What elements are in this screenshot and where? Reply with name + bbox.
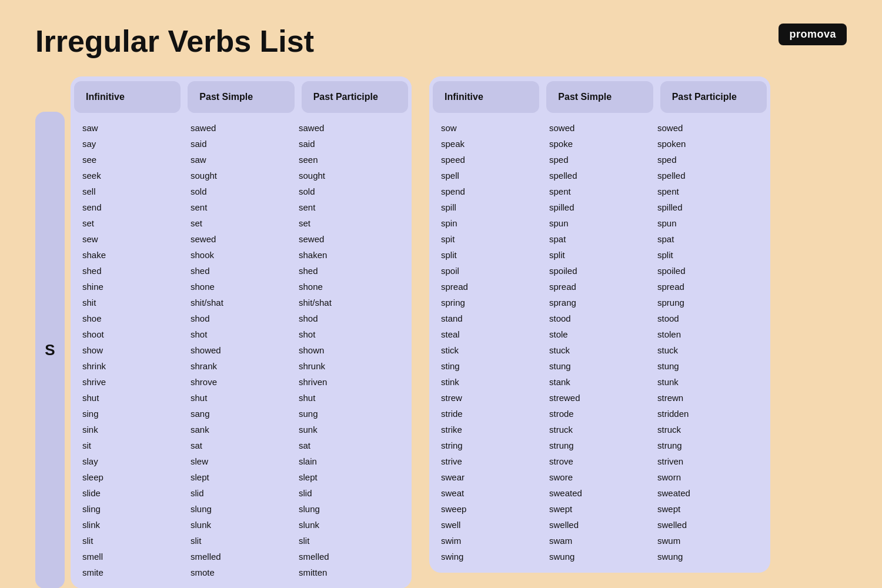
- cell-infinitive: sew: [79, 232, 187, 246]
- cell-infinitive: sling: [79, 502, 187, 516]
- cell-infinitive: sweep: [437, 502, 546, 516]
- logo: promova: [779, 24, 847, 45]
- cell-past-simple: swept: [546, 502, 654, 516]
- table-row: shrink shrank shrunk: [79, 358, 403, 374]
- cell-infinitive: strive: [437, 455, 546, 468]
- cell-past-simple: slid: [187, 486, 295, 500]
- cell-past-participle: swelled: [654, 518, 762, 532]
- cell-past-participle: sent: [295, 201, 403, 214]
- cell-past-simple: shrove: [187, 375, 295, 389]
- cell-past-simple: split: [546, 248, 654, 262]
- cell-past-participle: shod: [295, 312, 403, 325]
- cell-past-participle: slung: [295, 502, 403, 516]
- cell-infinitive: spend: [437, 185, 546, 198]
- cell-infinitive: see: [79, 153, 187, 166]
- cell-past-participle: shown: [295, 343, 403, 357]
- table-row: slit slit slit: [79, 533, 403, 549]
- cell-past-participle: sunk: [295, 423, 403, 436]
- cell-past-simple: stuck: [546, 343, 654, 357]
- table-row: stick stuck stuck: [437, 342, 762, 358]
- cell-infinitive: speak: [437, 137, 546, 151]
- cell-past-participle: set: [295, 216, 403, 230]
- table-row: spring sprang sprung: [437, 295, 762, 310]
- cell-past-participle: smitten: [295, 566, 403, 579]
- table-row: stride strode stridden: [437, 406, 762, 422]
- left-table-body: saw sawed sawed say said said see saw se…: [71, 118, 412, 588]
- cell-past-participle: slain: [295, 455, 403, 468]
- cell-past-simple: sowed: [546, 121, 654, 135]
- cell-past-participle: stridden: [654, 407, 762, 420]
- table-row: spend spent spent: [437, 183, 762, 199]
- table-row: split split split: [437, 247, 762, 263]
- table-row: sweep swept swept: [437, 501, 762, 517]
- table-row: sell sold sold: [79, 183, 403, 199]
- cell-past-simple: strove: [546, 455, 654, 468]
- cell-infinitive: stink: [437, 375, 546, 389]
- cell-past-simple: sent: [187, 201, 295, 214]
- cell-past-participle: sowed: [654, 121, 762, 135]
- cell-infinitive: shit: [79, 296, 187, 309]
- cell-past-participle: slid: [295, 486, 403, 500]
- cell-past-participle: spun: [654, 216, 762, 230]
- table-row: seek sought sought: [79, 168, 403, 183]
- table-row: sling slung slung: [79, 501, 403, 517]
- cell-infinitive: swell: [437, 518, 546, 532]
- table-row: sleep slept slept: [79, 469, 403, 485]
- cell-past-simple: stood: [546, 312, 654, 325]
- table-row: swim swam swum: [437, 533, 762, 549]
- table-row: sting stung stung: [437, 358, 762, 374]
- cell-past-simple: spilled: [546, 201, 654, 214]
- cell-past-simple: stank: [546, 375, 654, 389]
- cell-infinitive: sow: [437, 121, 546, 135]
- table-row: slay slew slain: [79, 453, 403, 469]
- cell-past-simple: sang: [187, 407, 295, 420]
- table-row: sow sowed sowed: [437, 120, 762, 136]
- cell-past-simple: strewed: [546, 391, 654, 405]
- table-row: saw sawed sawed: [79, 120, 403, 136]
- right-table-section: Infinitive Past Simple Past Participle s…: [429, 76, 770, 573]
- table-row: say said said: [79, 136, 403, 152]
- table-row: shoe shod shod: [79, 310, 403, 326]
- cell-infinitive: show: [79, 343, 187, 357]
- cell-past-simple: slunk: [187, 518, 295, 532]
- cell-past-simple: stung: [546, 359, 654, 373]
- cell-infinitive: spin: [437, 216, 546, 230]
- table-row: see saw seen: [79, 152, 403, 168]
- cell-infinitive: spit: [437, 232, 546, 246]
- cell-infinitive: shoot: [79, 328, 187, 341]
- cell-infinitive: strew: [437, 391, 546, 405]
- cell-past-simple: spoiled: [546, 264, 654, 278]
- table-row: shut shut shut: [79, 390, 403, 406]
- cell-past-simple: sat: [187, 439, 295, 452]
- cell-infinitive: slide: [79, 486, 187, 500]
- cell-past-simple: sprang: [546, 296, 654, 309]
- cell-past-simple: sewed: [187, 232, 295, 246]
- table-row: sink sank sunk: [79, 422, 403, 437]
- cell-past-participle: sewed: [295, 232, 403, 246]
- cell-past-simple: swelled: [546, 518, 654, 532]
- table-row: sew sewed sewed: [79, 231, 403, 247]
- cell-infinitive: send: [79, 201, 187, 214]
- table-row: sit sat sat: [79, 437, 403, 453]
- cell-past-simple: sawed: [187, 121, 295, 135]
- cell-infinitive: smell: [79, 550, 187, 563]
- cell-infinitive: spread: [437, 280, 546, 293]
- cell-past-participle: slit: [295, 534, 403, 547]
- cell-past-participle: shrunk: [295, 359, 403, 373]
- left-header-past-simple: Past Simple: [188, 81, 294, 113]
- table-row: spread spread spread: [437, 279, 762, 295]
- table-row: shed shed shed: [79, 263, 403, 279]
- cell-past-participle: stunk: [654, 375, 762, 389]
- cell-infinitive: shake: [79, 248, 187, 262]
- cell-past-simple: spat: [546, 232, 654, 246]
- table-row: spell spelled spelled: [437, 168, 762, 183]
- table-row: swing swung swung: [437, 549, 762, 564]
- cell-infinitive: spill: [437, 201, 546, 214]
- table-row: shake shook shaken: [79, 247, 403, 263]
- cell-infinitive: swim: [437, 534, 546, 547]
- cell-infinitive: swing: [437, 550, 546, 563]
- table-row: shit shit/shat shit/shat: [79, 295, 403, 310]
- cell-past-participle: sweated: [654, 486, 762, 500]
- cell-infinitive: split: [437, 248, 546, 262]
- cell-infinitive: say: [79, 137, 187, 151]
